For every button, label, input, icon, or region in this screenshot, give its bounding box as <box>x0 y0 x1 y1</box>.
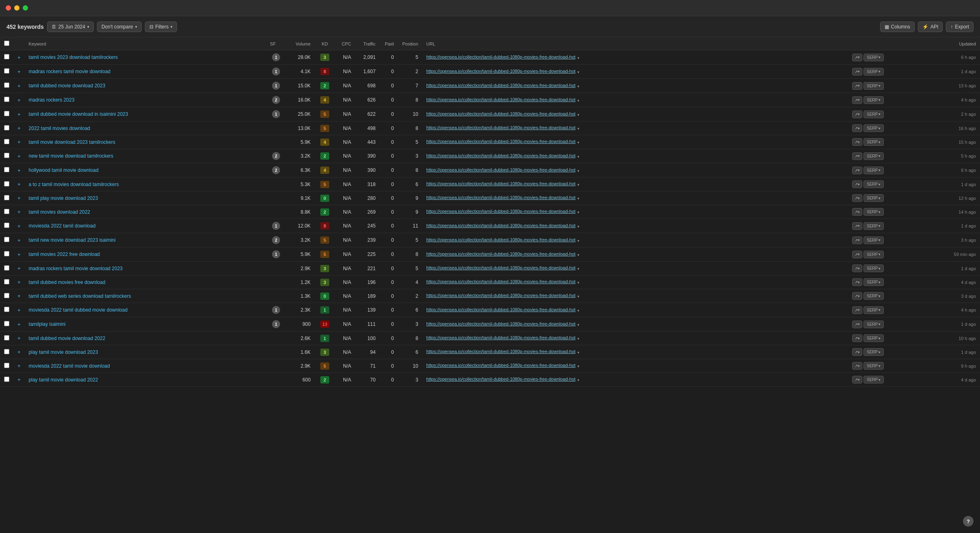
url-link[interactable]: https://opensea.io/collection/tamil-dubb… <box>426 125 576 130</box>
add-keyword-icon[interactable]: + <box>17 279 21 285</box>
add-keyword-icon[interactable]: + <box>17 181 21 187</box>
add-keyword-icon[interactable]: + <box>17 363 21 369</box>
kd-header[interactable]: KD <box>315 37 335 50</box>
url-link[interactable]: https://opensea.io/collection/tamil-dubb… <box>426 279 576 284</box>
add-keyword-cell[interactable]: + <box>13 345 25 359</box>
row-checkbox[interactable] <box>4 349 9 354</box>
add-keyword-icon[interactable]: + <box>17 153 21 159</box>
add-keyword-icon[interactable]: + <box>17 265 21 271</box>
keyword-link[interactable]: moviesda 2022 tamil dubbed movie downloa… <box>29 307 128 313</box>
add-keyword-icon[interactable]: + <box>17 321 21 327</box>
trend-button[interactable]: ↗ ▾ <box>852 180 862 188</box>
add-keyword-icon[interactable]: + <box>17 237 21 243</box>
trend-button[interactable]: ↗ ▾ <box>852 152 862 160</box>
add-keyword-cell[interactable]: + <box>13 247 25 262</box>
row-checkbox-cell[interactable] <box>0 65 13 79</box>
serp-button[interactable]: SERP ▾ <box>863 222 884 230</box>
sf-header[interactable]: SF <box>266 37 286 50</box>
trend-button[interactable]: ↗ ▾ <box>852 348 862 356</box>
trend-button[interactable]: ↗ ▾ <box>852 82 862 90</box>
trend-button[interactable]: ↗ ▾ <box>852 292 862 300</box>
row-checkbox[interactable] <box>4 68 9 74</box>
add-keyword-icon[interactable]: + <box>17 195 21 201</box>
row-checkbox[interactable] <box>4 363 9 368</box>
export-button[interactable]: ↑ Export <box>946 22 974 32</box>
add-keyword-cell[interactable]: + <box>13 93 25 107</box>
api-button[interactable]: ⚡ API <box>918 22 943 32</box>
url-link[interactable]: https://opensea.io/collection/tamil-dubb… <box>426 293 576 298</box>
serp-button[interactable]: SERP ▾ <box>863 194 884 202</box>
select-all-checkbox[interactable] <box>4 41 9 46</box>
url-link[interactable]: https://opensea.io/collection/tamil-dubb… <box>426 153 576 158</box>
row-checkbox[interactable] <box>4 209 9 214</box>
add-keyword-cell[interactable]: + <box>13 107 25 121</box>
url-link[interactable]: https://opensea.io/collection/tamil-dubb… <box>426 181 576 186</box>
trend-button[interactable]: ↗ ▾ <box>852 362 862 370</box>
row-checkbox[interactable] <box>4 181 9 186</box>
serp-button[interactable]: SERP ▾ <box>863 167 884 174</box>
add-keyword-icon[interactable]: + <box>17 97 21 103</box>
add-keyword-icon[interactable]: + <box>17 83 21 89</box>
url-link[interactable]: https://opensea.io/collection/tamil-dubb… <box>426 363 576 368</box>
add-keyword-cell[interactable]: + <box>13 332 25 345</box>
row-checkbox-cell[interactable] <box>0 233 13 247</box>
add-keyword-cell[interactable]: + <box>13 65 25 79</box>
url-link[interactable]: https://opensea.io/collection/tamil-dubb… <box>426 307 576 312</box>
add-keyword-icon[interactable]: + <box>17 69 21 75</box>
trend-button[interactable]: ↗ ▾ <box>852 264 862 272</box>
keyword-link[interactable]: tamil dubbed web series download tamilro… <box>29 293 131 299</box>
trend-button[interactable]: ↗ ▾ <box>852 167 862 174</box>
trend-button[interactable]: ↗ ▾ <box>852 278 862 286</box>
row-checkbox[interactable] <box>4 125 9 130</box>
serp-button[interactable]: SERP ▾ <box>863 110 884 118</box>
add-keyword-cell[interactable]: + <box>13 50 25 65</box>
serp-button[interactable]: SERP ▾ <box>863 348 884 356</box>
trend-button[interactable]: ↗ ▾ <box>852 110 862 118</box>
add-keyword-cell[interactable]: + <box>13 163 25 178</box>
serp-button[interactable]: SERP ▾ <box>863 334 884 342</box>
serp-button[interactable]: SERP ▾ <box>863 251 884 258</box>
keyword-link[interactable]: hollywood tamil movie download <box>29 167 99 173</box>
row-checkbox-cell[interactable] <box>0 178 13 191</box>
keyword-link[interactable]: 2022 tamil movies download <box>29 126 90 131</box>
columns-button[interactable]: ▦ Columns <box>880 22 915 32</box>
url-link[interactable]: https://opensea.io/collection/tamil-dubb… <box>426 237 576 242</box>
add-keyword-icon[interactable]: + <box>17 377 21 383</box>
add-keyword-cell[interactable]: + <box>13 303 25 317</box>
keyword-link[interactable]: tamil movies download 2022 <box>29 209 90 215</box>
keyword-link[interactable]: tamilplay isaimini <box>29 321 66 327</box>
keyword-header[interactable]: Keyword <box>25 37 266 50</box>
serp-button[interactable]: SERP ▾ <box>863 376 884 384</box>
add-keyword-cell[interactable]: + <box>13 219 25 233</box>
trend-button[interactable]: ↗ ▾ <box>852 124 862 132</box>
row-checkbox[interactable] <box>4 54 9 59</box>
url-link[interactable]: https://opensea.io/collection/tamil-dubb… <box>426 349 576 354</box>
select-all-header[interactable] <box>0 37 13 50</box>
serp-button[interactable]: SERP ▾ <box>863 124 884 132</box>
serp-button[interactable]: SERP ▾ <box>863 96 884 104</box>
row-checkbox-cell[interactable] <box>0 121 13 135</box>
row-checkbox-cell[interactable] <box>0 50 13 65</box>
add-keyword-cell[interactable]: + <box>13 275 25 289</box>
row-checkbox[interactable] <box>4 307 9 312</box>
add-keyword-cell[interactable]: + <box>13 233 25 247</box>
trend-button[interactable]: ↗ ▾ <box>852 194 862 202</box>
updated-header[interactable]: Updated <box>935 37 980 50</box>
trend-button[interactable]: ↗ ▾ <box>852 68 862 76</box>
url-link[interactable]: https://opensea.io/collection/tamil-dubb… <box>426 377 576 381</box>
row-checkbox-cell[interactable] <box>0 359 13 373</box>
url-link[interactable]: https://opensea.io/collection/tamil-dubb… <box>426 69 576 74</box>
minimize-button[interactable] <box>14 5 19 11</box>
row-checkbox-cell[interactable] <box>0 191 13 205</box>
row-checkbox[interactable] <box>4 377 9 382</box>
trend-button[interactable]: ↗ ▾ <box>852 208 862 216</box>
keyword-link[interactable]: tamil movies 2022 free download <box>29 251 100 257</box>
serp-button[interactable]: SERP ▾ <box>863 138 884 146</box>
add-keyword-cell[interactable]: + <box>13 79 25 93</box>
keyword-link[interactable]: play tamil movie download 2022 <box>29 377 98 383</box>
serp-button[interactable]: SERP ▾ <box>863 362 884 370</box>
serp-button[interactable]: SERP ▾ <box>863 180 884 188</box>
position-header[interactable]: Position <box>398 37 422 50</box>
url-link[interactable]: https://opensea.io/collection/tamil-dubb… <box>426 111 576 116</box>
trend-button[interactable]: ↗ ▾ <box>852 321 862 328</box>
